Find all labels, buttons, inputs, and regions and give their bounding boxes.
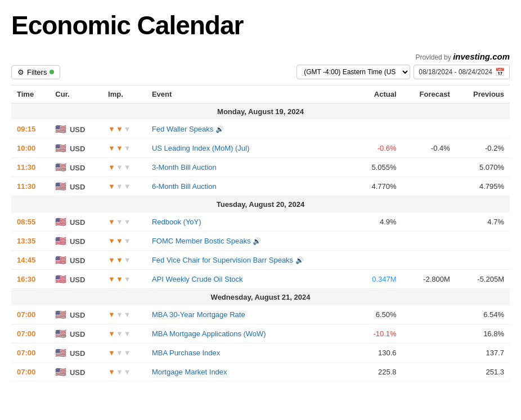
importance-empty-icon: ▼ [116, 329, 123, 338]
event-previous: 5.070% [456, 158, 510, 177]
importance-empty-icon: ▼ [124, 275, 131, 283]
currency-code: USD [70, 237, 85, 246]
date-range-display: 08/18/2024 - 08/24/2024 📅 [414, 65, 510, 79]
importance-empty-icon: ▼ [124, 256, 131, 264]
event-currency: 🇺🇸 USD [50, 305, 102, 324]
currency-code: USD [70, 311, 85, 319]
table-row: 13:35 🇺🇸 USD ▼▼▼ FOMC Member Bostic Spea… [11, 232, 510, 251]
currency-code: USD [70, 183, 85, 191]
filter-icon: ⚙ [17, 68, 24, 76]
event-link[interactable]: FOMC Member Bostic Speaks [152, 237, 251, 245]
importance-empty-icon: ▼ [124, 237, 131, 245]
section-header-row: Tuesday, August 20, 2024 [11, 196, 510, 213]
event-forecast [402, 232, 456, 251]
col-imp: Imp. [102, 85, 146, 103]
event-name: 3-Month Bill Auction [146, 158, 356, 177]
currency-code: USD [70, 125, 85, 134]
timezone-select[interactable]: (GMT -4:00) Eastern Time (US [297, 65, 410, 79]
event-name: Fed Waller Speaks🔊 [146, 120, 356, 139]
speaker-icon: 🔊 [253, 237, 261, 245]
calendar-icon[interactable]: 📅 [495, 67, 505, 76]
importance-filled-icon: ▼ [108, 237, 115, 245]
event-link[interactable]: Fed Vice Chair for Supervision Barr Spea… [152, 256, 293, 264]
event-previous: 137.7 [456, 344, 510, 363]
importance-empty-icon: ▼ [124, 310, 131, 319]
event-link[interactable]: API Weekly Crude Oil Stock [152, 275, 243, 283]
event-name: Mortgage Market Index [146, 363, 356, 382]
col-actual: Actual [356, 85, 402, 103]
importance-empty-icon: ▼ [124, 144, 131, 152]
event-previous: 4.795% [456, 177, 510, 196]
event-name: Fed Vice Chair for Supervision Barr Spea… [146, 251, 356, 270]
event-link[interactable]: MBA Purchase Index [152, 349, 220, 357]
event-forecast [402, 305, 456, 324]
provided-by-text: Provided by investing.com [11, 52, 510, 61]
investing-brand: investing.com [453, 52, 510, 61]
event-actual: 4.770% [356, 177, 402, 196]
page-title: Economic Calendar [11, 10, 510, 40]
event-currency: 🇺🇸 USD [50, 324, 102, 344]
event-previous [456, 120, 510, 139]
country-flag: 🇺🇸 [55, 143, 66, 153]
currency-code: USD [70, 330, 85, 338]
currency-code: USD [70, 276, 85, 284]
country-flag: 🇺🇸 [55, 274, 66, 284]
section-label: Tuesday, August 20, 2024 [11, 196, 510, 213]
filters-button[interactable]: ⚙ Filters [11, 65, 60, 79]
table-row: 08:55 🇺🇸 USD ▼▼▼ Redbook (YoY) 4.9% 4.7% [11, 213, 510, 232]
table-row: 10:00 🇺🇸 USD ▼▼▼ US Leading Index (MoM) … [11, 139, 510, 158]
event-previous: 4.7% [456, 213, 510, 232]
event-name: MBA Mortgage Applications (WoW) [146, 324, 356, 344]
event-importance: ▼▼▼ [102, 232, 146, 251]
event-link[interactable]: Redbook (YoY) [152, 218, 201, 226]
speaker-icon: 🔊 [295, 256, 304, 264]
event-forecast: -2.800M [402, 270, 456, 289]
country-flag: 🇺🇸 [55, 124, 66, 134]
table-row: 07:00 🇺🇸 USD ▼▼▼ MBA Mortgage Applicatio… [11, 324, 510, 344]
col-time: Time [11, 85, 50, 103]
event-importance: ▼▼▼ [102, 305, 146, 324]
event-forecast [402, 177, 456, 196]
event-link[interactable]: 6-Month Bill Auction [152, 182, 217, 191]
event-name: US Leading Index (MoM) (Jul) [146, 139, 356, 158]
event-currency: 🇺🇸 USD [50, 251, 102, 270]
event-currency: 🇺🇸 USD [50, 270, 102, 289]
event-time: 11:30 [11, 158, 50, 177]
event-forecast [402, 158, 456, 177]
importance-filled-icon: ▼ [108, 310, 115, 319]
event-actual: 130.6 [356, 344, 402, 363]
col-forecast: Forecast [402, 85, 456, 103]
importance-filled-icon: ▼ [108, 125, 115, 133]
event-link[interactable]: MBA 30-Year Mortgage Rate [152, 310, 245, 319]
event-link[interactable]: MBA Mortgage Applications (WoW) [152, 329, 266, 338]
event-name: MBA 30-Year Mortgage Rate [146, 305, 356, 324]
event-forecast: -0.4% [402, 139, 456, 158]
section-header-row: Monday, August 19, 2024 [11, 103, 510, 120]
country-flag: 🇺🇸 [55, 162, 66, 172]
currency-code: USD [70, 144, 85, 153]
importance-filled-icon: ▼ [108, 275, 115, 283]
event-time: 16:30 [11, 270, 50, 289]
currency-code: USD [70, 349, 85, 358]
currency-code: USD [70, 368, 85, 377]
event-name: MBA Purchase Index [146, 344, 356, 363]
event-link[interactable]: US Leading Index (MoM) (Jul) [152, 144, 249, 152]
currency-code: USD [70, 164, 85, 172]
section-label: Wednesday, August 21, 2024 [11, 289, 510, 306]
event-previous [456, 251, 510, 270]
event-link[interactable]: Mortgage Market Index [152, 368, 227, 376]
event-previous: -5.205M [456, 270, 510, 289]
importance-filled-icon: ▼ [116, 144, 123, 152]
event-time: 07:00 [11, 324, 50, 344]
importance-empty-icon: ▼ [116, 310, 123, 319]
event-link[interactable]: Fed Waller Speaks [152, 125, 213, 133]
event-time: 07:00 [11, 344, 50, 363]
section-label: Monday, August 19, 2024 [11, 103, 510, 120]
col-cur: Cur. [50, 85, 102, 103]
section-header-row: Wednesday, August 21, 2024 [11, 289, 510, 306]
event-link[interactable]: 3-Month Bill Auction [152, 163, 217, 171]
importance-filled-icon: ▼ [108, 218, 115, 226]
importance-empty-icon: ▼ [116, 349, 123, 357]
country-flag: 🇺🇸 [55, 348, 66, 358]
event-name: FOMC Member Bostic Speaks🔊 [146, 232, 356, 251]
